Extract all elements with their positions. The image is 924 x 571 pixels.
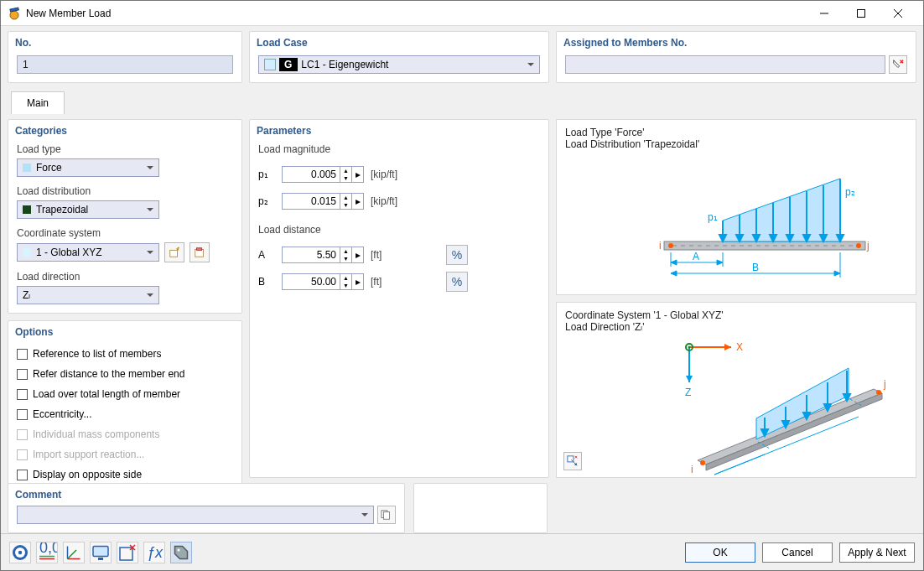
A-label: A: [258, 249, 275, 261]
svg-marker-51: [686, 376, 693, 382]
chk-import-supp: [17, 449, 28, 460]
diagram-top-line1: Load Type 'Force': [565, 127, 907, 138]
load-dist-chip: [23, 205, 31, 214]
chk-import-supp-label: Import support reaction...: [33, 449, 144, 460]
assigned-input[interactable]: [565, 55, 885, 74]
svg-text:X: X: [736, 341, 743, 353]
comment-library-button[interactable]: [377, 506, 396, 524]
A-unit: [ft]: [371, 249, 407, 261]
load-dir-label: Load direction: [17, 271, 233, 283]
load-type-select[interactable]: Force: [17, 158, 159, 177]
p2-label: p₂: [258, 195, 275, 207]
tb-tag-button[interactable]: [170, 542, 192, 563]
p1-spinner[interactable]: ▲▼: [340, 166, 352, 183]
load-type-label: Load type: [17, 143, 233, 155]
chk-ecc[interactable]: [17, 409, 28, 420]
tb-fx-button[interactable]: ƒx: [143, 542, 165, 563]
chk-indiv-mass: [17, 429, 28, 440]
svg-point-83: [18, 550, 23, 554]
p1-input[interactable]: [282, 166, 340, 183]
coord-value: 1 - Global XYZ: [36, 247, 102, 258]
no-label: No.: [8, 32, 241, 52]
apply-next-button[interactable]: Apply & Next: [839, 542, 915, 563]
svg-text:p₂: p₂: [845, 186, 855, 198]
comment-title: Comment: [8, 484, 404, 504]
chk-load-total-label: Load over total length of member: [33, 388, 180, 400]
chk-ref-list[interactable]: [17, 349, 28, 360]
close-button[interactable]: [880, 2, 916, 25]
p2-spinner[interactable]: ▲▼: [340, 193, 352, 210]
diagram-settings-button[interactable]: [563, 452, 582, 470]
svg-marker-44: [671, 271, 677, 276]
svg-rect-3: [858, 9, 865, 17]
chk-ecc-label: Eccentricity...: [33, 408, 91, 420]
svg-rect-90: [93, 546, 108, 556]
tb-help-button[interactable]: [9, 542, 31, 563]
load-dist-select[interactable]: Trapezoidal: [17, 200, 159, 219]
load-type-chip: [23, 164, 31, 172]
svg-rect-10: [197, 248, 202, 251]
B-spinner[interactable]: ▲▼: [340, 273, 352, 290]
B-more[interactable]: ▸: [352, 273, 364, 290]
svg-marker-40: [717, 260, 723, 265]
p1-more[interactable]: ▸: [352, 166, 364, 183]
tb-clear-button[interactable]: [117, 542, 138, 563]
window-title: New Member Load: [26, 8, 806, 19]
svg-text:A: A: [693, 251, 699, 262]
A-spinner[interactable]: ▲▼: [340, 247, 352, 263]
load-dir-select[interactable]: Zₗ: [17, 286, 159, 304]
minimize-button[interactable]: [806, 2, 843, 25]
chk-ref-list-label: Reference to list of members: [33, 348, 161, 360]
tb-units-button[interactable]: 0,00: [36, 542, 58, 563]
p2-unit: [kip/ft]: [371, 195, 407, 207]
tb-axes-button[interactable]: [63, 542, 85, 563]
loadcase-value: LC1 - Eigengewicht: [301, 59, 388, 70]
coord-label: Coordinate system: [17, 227, 233, 239]
A-percent-button[interactable]: %: [446, 245, 468, 265]
p2-more[interactable]: ▸: [352, 193, 364, 210]
B-unit: [ft]: [371, 276, 407, 288]
coord-select[interactable]: 1 - Global XYZ: [17, 243, 159, 262]
svg-point-54: [688, 346, 691, 349]
svg-marker-39: [671, 260, 677, 265]
tab-main[interactable]: Main: [11, 91, 65, 114]
svg-text:0,00: 0,00: [39, 542, 57, 556]
load-type-value: Force: [36, 162, 62, 174]
p1-unit: [kip/ft]: [371, 169, 407, 180]
new-coord-system-button[interactable]: [164, 242, 184, 262]
svg-rect-80: [384, 512, 390, 520]
app-icon: [8, 7, 21, 20]
comment-input[interactable]: [17, 506, 374, 524]
svg-text:p₁: p₁: [708, 211, 718, 223]
svg-point-59: [876, 390, 881, 395]
maximize-button[interactable]: [843, 2, 880, 25]
svg-rect-1: [10, 7, 18, 11]
chk-ref-end-label: Refer distance to the member end: [33, 368, 184, 380]
loadcase-badge: G: [279, 58, 298, 71]
no-input[interactable]: [17, 55, 233, 74]
svg-marker-48: [724, 344, 731, 350]
parameters-title: Parameters: [250, 120, 548, 140]
tb-display-button[interactable]: [90, 542, 112, 563]
svg-point-14: [856, 243, 861, 248]
svg-text:j: j: [866, 240, 869, 252]
chk-disp-opp[interactable]: [17, 470, 28, 480]
p2-input[interactable]: [282, 193, 340, 210]
A-input[interactable]: [282, 247, 340, 263]
pick-members-button[interactable]: [889, 55, 907, 74]
chk-load-total[interactable]: [17, 389, 28, 400]
diagram-coordsys-icon: X Z: [639, 318, 907, 478]
load-dist-plabel: Load distance: [258, 224, 540, 236]
svg-text:j: j: [883, 378, 886, 390]
cancel-button[interactable]: Cancel: [762, 542, 833, 563]
loadcase-label: Load Case: [250, 32, 548, 52]
svg-point-13: [668, 243, 673, 248]
categories-title: Categories: [8, 120, 241, 140]
ok-button[interactable]: OK: [685, 542, 755, 563]
loadcase-select[interactable]: G LC1 - Eigengewicht: [258, 55, 540, 74]
A-more[interactable]: ▸: [352, 247, 364, 263]
B-input[interactable]: [282, 273, 340, 290]
edit-coord-system-button[interactable]: [189, 242, 210, 262]
B-percent-button[interactable]: %: [446, 272, 468, 292]
chk-ref-end[interactable]: [17, 369, 28, 380]
